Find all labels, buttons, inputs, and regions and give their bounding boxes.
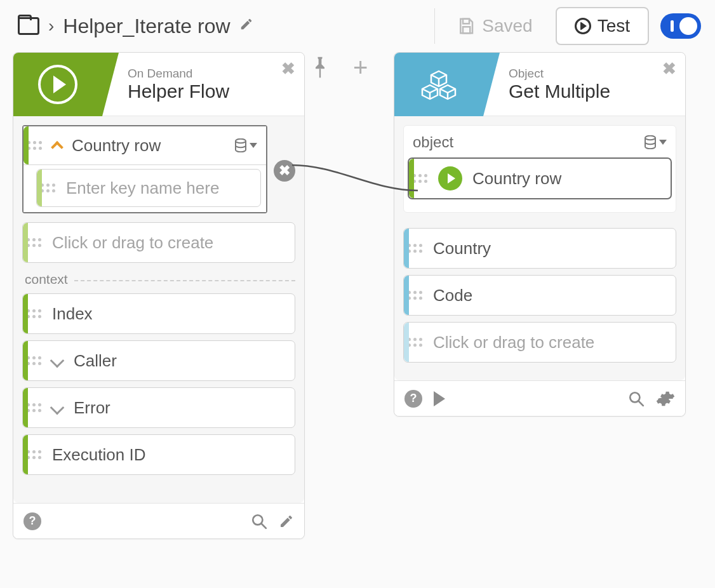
caret-down-icon [659,140,667,145]
svg-line-5 [261,523,266,528]
save-icon [457,17,476,36]
breadcrumb: › Helper_Iterate row [18,15,253,38]
help-icon[interactable]: ? [404,390,422,408]
chevron-down-icon [50,401,65,415]
test-button-label: Test [598,16,630,36]
search-icon[interactable] [628,391,645,407]
object-type-icon [644,135,657,149]
collapse-icon[interactable] [51,141,63,154]
type-picker[interactable] [644,135,667,149]
help-icon[interactable]: ? [23,512,41,530]
field-label: Error [74,398,110,418]
delete-input-icon[interactable]: ✖ [274,160,295,182]
flow-enabled-toggle[interactable] [660,13,701,39]
edit-icon[interactable] [279,514,294,529]
toolbar-separator [434,8,435,44]
save-status-label: Saved [482,16,532,36]
object-type-icon [234,138,247,152]
card-badge [394,53,483,116]
caret-down-icon [250,143,257,148]
top-toolbar: › Helper_Iterate row Saved Test [0,0,715,52]
field-label: Country row [472,169,561,189]
run-card-icon[interactable] [434,391,445,406]
field-label: Index [44,304,295,324]
card-badge [13,53,102,116]
field-label: Caller [74,351,117,371]
search-icon[interactable] [251,513,267,530]
card-eyebrow: Object [509,67,610,81]
svg-line-8 [638,401,643,406]
card-eyebrow: On Demand [128,67,229,81]
context-index[interactable]: Index [22,293,295,334]
object-section-label: object [408,130,672,151]
output-country[interactable]: Country [403,228,676,269]
context-error[interactable]: Error [22,387,295,428]
input-key-name[interactable]: Enter key name here [36,169,261,207]
field-placeholder: Click or drag to create [425,333,676,352]
flow-canvas: + On Demand Helper Flow ✖ [0,52,715,65]
save-status: Saved [457,16,532,36]
svg-rect-1 [463,27,470,33]
input-country-row[interactable]: Country row [23,126,266,164]
close-icon[interactable]: ✖ [281,59,295,79]
field-label: Country row [72,136,161,156]
card-header: On Demand Helper Flow ✖ [13,53,304,116]
context-execution-id[interactable]: Execution ID [22,434,295,475]
card-title: Get Multiple [509,81,610,102]
field-label: Execution ID [44,445,295,465]
svg-rect-2 [319,69,321,77]
card-footer: ? [394,380,685,416]
edit-title-icon[interactable] [239,17,253,35]
object-module-icon [421,69,457,100]
card-get-multiple: Object Get Multiple ✖ object [394,52,686,417]
chevron-down-icon [50,354,65,368]
type-picker[interactable] [234,138,266,152]
create-output-placeholder[interactable]: Click or drag to create [403,322,676,363]
settings-icon[interactable] [656,389,675,408]
create-input-placeholder[interactable]: Click or drag to create [22,222,295,263]
add-card-icon[interactable]: + [353,55,368,80]
canvas-tools: + [311,55,368,80]
svg-point-6 [645,136,655,140]
field-placeholder: Enter key name here [58,178,260,198]
field-label: Code [425,286,676,305]
card-helper-flow: On Demand Helper Flow ✖ Country row [13,52,305,539]
field-label: Country [425,239,676,258]
field-placeholder: Click or drag to create [44,233,295,253]
play-icon [575,18,591,34]
output-code[interactable]: Code [403,275,676,316]
svg-point-3 [236,139,246,143]
helper-flow-icon [38,65,77,104]
svg-rect-0 [463,19,469,24]
context-caller[interactable]: Caller [22,340,295,381]
folder-icon[interactable] [18,17,39,35]
card-title: Helper Flow [128,81,229,102]
close-icon[interactable]: ✖ [662,59,676,79]
object-input-country-row[interactable]: Country row [408,157,672,199]
flow-title[interactable]: Helper_Iterate row [63,15,230,38]
card-header: Object Get Multiple ✖ [394,53,685,116]
test-button[interactable]: Test [556,7,649,45]
flow-source-icon [438,166,462,190]
breadcrumb-separator-icon: › [48,16,54,36]
input-group-country-row: Country row Enter key name here [22,125,267,213]
context-section-label: context [25,272,295,287]
pin-icon[interactable] [311,57,329,78]
card-footer: ? [13,503,304,538]
